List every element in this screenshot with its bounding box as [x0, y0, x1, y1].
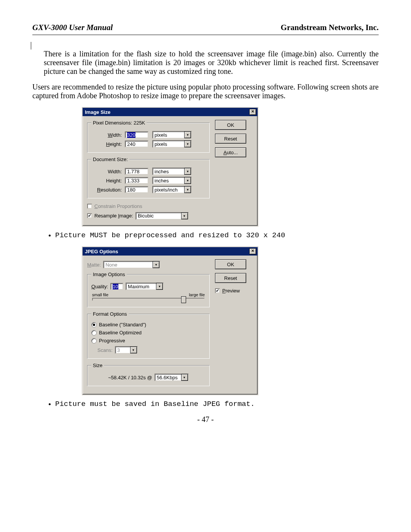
paragraph-2: Users are recommended to resize the pict… [32, 83, 379, 100]
chevron-down-icon[interactable] [184, 131, 191, 138]
ok-button[interactable]: OK [215, 120, 246, 130]
slider-thumb[interactable] [181, 296, 186, 303]
image-options-group: Image Options Quality: 10 Maximum small … [87, 272, 210, 307]
chevron-down-icon[interactable] [184, 168, 191, 175]
baseline-optimized-radio[interactable]: Baseline Optimized [91, 330, 142, 335]
close-icon[interactable]: ✕ [249, 109, 256, 115]
jpeg-options-dialog: JPEG Options ✕ Matte: None Image Options… [82, 246, 258, 395]
reset-button[interactable]: Reset [215, 273, 246, 283]
pixel-dimensions-group: Pixel Dimensions: 225K Width: 320 pixels… [87, 120, 210, 153]
paragraph-1: There is a limitation for the flash size… [32, 50, 379, 76]
chevron-down-icon [153, 261, 159, 268]
auto-button[interactable]: Auto... [215, 147, 246, 157]
size-legend: Size [91, 363, 104, 368]
format-options-legend: Format Options [91, 311, 129, 317]
bullet-1: Picture MUST be preprocessed and resized… [55, 231, 379, 240]
pixel-dimensions-legend: Pixel Dimensions: 225K [91, 120, 147, 126]
close-icon[interactable]: ✕ [249, 248, 256, 254]
doc-width-input[interactable]: 1.778 [125, 168, 148, 175]
doc-header-left: GXV-3000 User Manual [32, 23, 113, 32]
dialog2-title: JPEG Options [85, 249, 118, 254]
image-size-dialog: Image Size ✕ Pixel Dimensions: 225K Widt… [82, 107, 258, 227]
reset-button[interactable]: Reset [215, 134, 246, 144]
matte-label: Matte: [87, 262, 101, 268]
progressive-radio[interactable]: Progressive [91, 338, 125, 343]
chevron-down-icon[interactable] [181, 374, 188, 381]
resample-image-checkbox[interactable]: ✔ Resample Image: [87, 213, 133, 219]
doc-width-label: Width: [91, 169, 125, 174]
small-file-label: small file [92, 292, 108, 297]
page-number: - 47 - [32, 415, 379, 424]
doc-header-right: Grandstream Networks, Inc. [281, 23, 379, 32]
text-cursor [31, 42, 31, 50]
format-options-group: Format Options Baseline ("Standard") Bas… [87, 311, 210, 359]
resolution-label: Resolution: [91, 187, 125, 193]
chevron-down-icon[interactable] [181, 212, 188, 219]
matte-dropdown: None [103, 261, 160, 268]
scans-label: Scans: [97, 347, 113, 353]
scans-dropdown: 3 [115, 346, 138, 354]
pixel-width-input[interactable]: 320 [125, 131, 148, 138]
chevron-down-icon [130, 347, 137, 353]
pixel-width-unit-dropdown[interactable]: pixels [152, 131, 192, 139]
header-rule [32, 35, 379, 35]
bitrate-dropdown[interactable]: 56.6Kbps [155, 374, 189, 381]
preview-checkbox[interactable]: ✔ Preview [215, 288, 240, 294]
pixel-width-label: Width: [91, 132, 125, 138]
image-options-legend: Image Options [91, 272, 127, 277]
chevron-down-icon[interactable] [156, 283, 163, 290]
doc-height-input[interactable]: 1.333 [125, 177, 148, 184]
constrain-proportions-checkbox[interactable]: Constrain Proportions [87, 203, 142, 209]
quality-preset-dropdown[interactable]: Maximum [126, 283, 164, 290]
resolution-unit-dropdown[interactable]: pixels/inch [152, 186, 192, 193]
resample-method-dropdown[interactable]: Bicubic [135, 212, 189, 220]
pixel-height-unit-dropdown[interactable]: pixels [152, 140, 192, 148]
chevron-down-icon[interactable] [184, 177, 191, 184]
resolution-input[interactable]: 180 [125, 186, 148, 193]
document-size-group: Document Size: Width: 1.778 inches Heigh… [87, 157, 210, 198]
dialog1-title: Image Size [85, 109, 110, 115]
baseline-standard-radio[interactable]: Baseline ("Standard") [91, 322, 146, 328]
size-text: ~58.42K / 10.32s @ [108, 375, 152, 380]
chevron-down-icon[interactable] [184, 141, 191, 147]
large-file-label: large file [189, 292, 205, 297]
quality-input[interactable]: 10 [110, 283, 123, 290]
chevron-down-icon[interactable] [184, 186, 191, 193]
bullet-2: Picture must be saved in Baseline JPEG f… [55, 400, 379, 408]
document-size-legend: Document Size: [91, 157, 129, 162]
pixel-height-input[interactable]: 240 [125, 141, 148, 147]
pixel-height-label: Height: [91, 141, 125, 147]
ok-button[interactable]: OK [215, 259, 246, 269]
quality-slider[interactable] [92, 298, 205, 301]
doc-width-unit-dropdown[interactable]: inches [152, 168, 192, 175]
doc-height-label: Height: [91, 178, 125, 184]
size-group: Size ~58.42K / 10.32s @ 56.6Kbps [87, 363, 210, 386]
quality-label: Quality: [91, 284, 108, 289]
doc-height-unit-dropdown[interactable]: inches [152, 177, 192, 184]
